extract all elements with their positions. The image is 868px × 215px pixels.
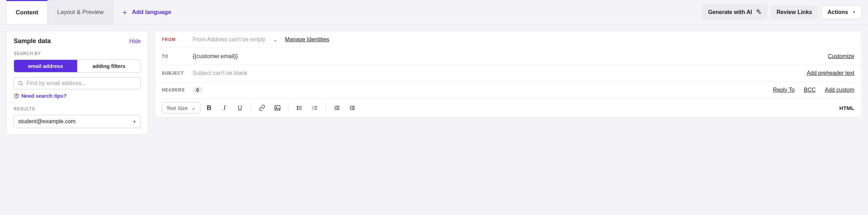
results-label: RESULTS [14, 106, 141, 111]
add-language-button[interactable]: ＋ Add language [113, 8, 179, 16]
generate-ai-button[interactable]: Generate with AI [702, 5, 767, 20]
subject-value[interactable]: Subject can't be blank [193, 70, 247, 76]
numbered-list-button[interactable]: 1 2 3 [308, 102, 322, 114]
html-toggle[interactable]: HTML [839, 105, 854, 111]
text-size-dropdown[interactable]: Text Size ⌄ [162, 102, 200, 113]
customize-link[interactable]: Customize [828, 53, 854, 60]
search-tips-label: Need search tips? [21, 93, 67, 99]
top-bar: Content Layout & Preview ＋ Add language … [0, 0, 868, 25]
indent-icon [349, 104, 356, 111]
svg-point-6 [297, 106, 298, 107]
segment-adding-filters[interactable]: adding filters [77, 60, 140, 72]
caret-down-icon: ▼ [852, 10, 856, 14]
review-links-label: Review Links [777, 9, 812, 15]
help-icon [14, 93, 19, 99]
manage-identities-link[interactable]: Manage Identities [285, 36, 329, 43]
review-links-button[interactable]: Review Links [771, 5, 818, 19]
search-input-wrapper[interactable] [14, 77, 141, 89]
headers-count-badge: 0 [193, 86, 202, 93]
reply-to-link[interactable]: Reply To [773, 87, 795, 93]
image-icon [274, 104, 281, 111]
svg-point-3 [16, 97, 16, 97]
svg-line-1 [21, 84, 23, 85]
link-button[interactable] [255, 102, 269, 114]
divider [326, 103, 326, 112]
headers-label: HEADERS [162, 88, 186, 92]
svg-point-8 [297, 108, 298, 108]
tab-layout-preview[interactable]: Layout & Preview [48, 0, 113, 24]
bullet-list-button[interactable] [293, 102, 306, 114]
search-icon [18, 80, 24, 86]
generate-ai-label: Generate with AI [708, 9, 752, 15]
hide-panel-link[interactable]: Hide [129, 38, 141, 44]
search-by-label: SEARCH BY [14, 51, 141, 56]
workspace: Sample data Hide SEARCH BY email address… [0, 25, 868, 141]
from-dropdown-chevron[interactable]: ⌄ [272, 37, 279, 42]
divider [251, 103, 251, 112]
link-icon [259, 104, 266, 111]
actions-label: Actions [827, 9, 848, 15]
from-label: FROM [162, 37, 186, 42]
svg-point-0 [19, 81, 22, 85]
svg-text:3: 3 [312, 108, 313, 110]
search-input[interactable] [27, 80, 137, 86]
chevron-down-icon: ⌄ [191, 105, 196, 111]
editor-tabs: Content Layout & Preview [6, 0, 113, 24]
bcc-link[interactable]: BCC [804, 87, 816, 93]
numbered-list-icon: 1 2 3 [311, 104, 318, 111]
outdent-icon [333, 104, 340, 111]
to-value: {{customer.email}} [193, 53, 238, 60]
segment-email-address[interactable]: email address [14, 60, 77, 72]
add-language-label: Add language [132, 9, 171, 16]
outdent-button[interactable] [330, 102, 344, 114]
actions-dropdown[interactable]: Actions ▼ [821, 5, 862, 19]
subject-label: SUBJECT [162, 71, 186, 76]
to-label: TO [162, 54, 186, 59]
results-value: student@example.com [18, 118, 76, 125]
sample-data-panel: Sample data Hide SEARCH BY email address… [6, 31, 148, 135]
from-row: FROM From Address can't be empty ⌄ Manag… [155, 31, 861, 48]
divider [288, 103, 289, 112]
headers-row: HEADERS 0 Reply To BCC Add custom [155, 82, 861, 98]
svg-point-5 [276, 107, 277, 108]
add-custom-header-link[interactable]: Add custom [825, 87, 854, 93]
svg-rect-4 [275, 105, 280, 110]
tab-content[interactable]: Content [6, 0, 48, 24]
search-mode-segment: email address adding filters [14, 60, 141, 72]
image-button[interactable] [271, 102, 284, 114]
sample-data-title: Sample data [14, 37, 51, 45]
underline-button[interactable]: U [233, 102, 247, 114]
to-row: TO {{customer.email}} Customize [155, 48, 861, 65]
add-preheader-link[interactable]: Add preheader text [807, 70, 854, 76]
caret-down-icon: ▼ [133, 120, 136, 124]
from-value[interactable]: From Address can't be empty [193, 36, 266, 43]
editor-toolbar: Text Size ⌄ B I U [155, 98, 861, 117]
svg-point-10 [297, 109, 298, 110]
email-editor: FROM From Address can't be empty ⌄ Manag… [154, 31, 862, 118]
bold-button[interactable]: B [202, 102, 216, 114]
subject-row: SUBJECT Subject can't be blank Add prehe… [155, 65, 861, 82]
bullet-list-icon [296, 104, 303, 111]
indent-button[interactable] [346, 102, 359, 114]
search-tips-link[interactable]: Need search tips? [14, 93, 141, 99]
plus-icon: ＋ [121, 8, 129, 16]
results-select[interactable]: student@example.com ▼ [14, 115, 141, 128]
text-size-label: Text Size [166, 105, 188, 111]
sparkle-icon [755, 8, 761, 16]
italic-button[interactable]: I [218, 102, 231, 114]
